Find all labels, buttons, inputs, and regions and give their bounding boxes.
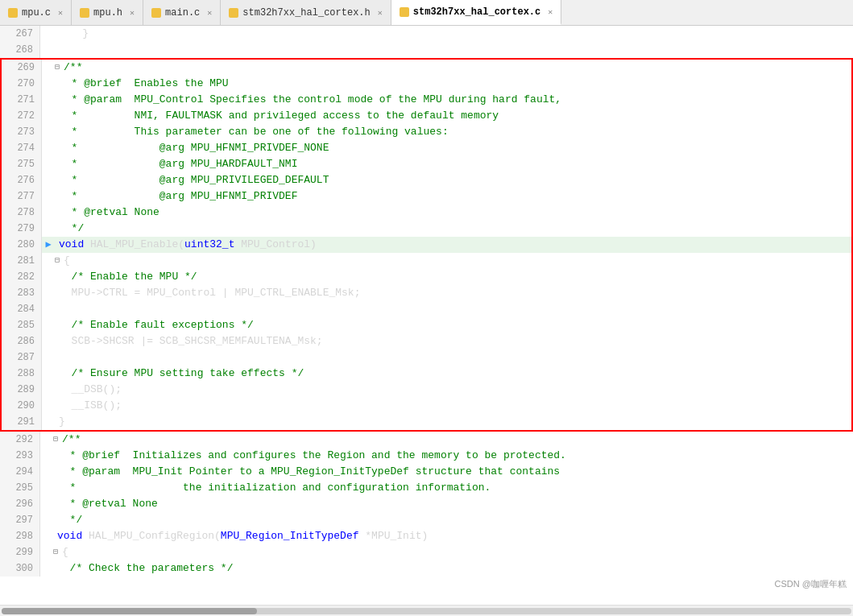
code-line: 280▶void HAL_MPU_Enable(uint32_t MPU_Con… [2, 237, 851, 253]
line-number: 288 [2, 366, 42, 382]
line-code: /** [59, 432, 853, 448]
code-line: 273 * This parameter can be one of the f… [2, 124, 851, 140]
line-code: /* Enable the MPU */ [56, 269, 851, 285]
line-number: 291 [2, 414, 42, 430]
line-code: * @brief Enables the MPU [56, 76, 851, 92]
line-number: 277 [2, 188, 42, 205]
collapse-icon[interactable]: ⊟ [55, 253, 60, 269]
line-code: SCB->SHCSR |= SCB_SHCSR_MEMFAULTENA_Msk; [56, 333, 851, 349]
code-line: 296 * @retval None [0, 496, 853, 512]
scrollbar-thumb [2, 608, 257, 614]
tab-stm32h7xx-hal-cortex-h[interactable]: stm32h7xx_hal_cortex.h✕ [221, 0, 391, 25]
line-number: 287 [2, 349, 42, 366]
code-line: 292⊟/** [0, 432, 853, 448]
tab-mpu-h[interactable]: mpu.h✕ [72, 0, 143, 25]
code-line: 275 * @arg MPU_HARDFAULT_NMI [2, 156, 851, 172]
code-content[interactable]: 267 }268 269⊟/**270 * @brief Enables the… [0, 26, 853, 605]
code-line: 295 * the initialization and configurati… [0, 480, 853, 496]
tab-mpu-c[interactable]: mpu.c✕ [0, 0, 72, 25]
line-code [54, 42, 853, 58]
line-number: 292 [0, 432, 40, 448]
code-line: 272 * NMI, FAULTMASK and privileged acce… [2, 108, 851, 124]
line-indicator [42, 414, 55, 430]
line-code: } [54, 26, 853, 42]
code-line: 300 /* Check the parameters */ [0, 560, 853, 577]
line-number: 276 [2, 172, 42, 188]
line-indicator [42, 205, 55, 221]
tab-icon-stm32h7xx-hal-cortex-c [400, 7, 409, 17]
line-indicator [42, 172, 55, 188]
line-number: 268 [0, 42, 40, 58]
code-line: 283 MPU->CTRL = MPU_Control | MPU_CTRL_E… [2, 285, 851, 301]
line-number: 273 [2, 124, 42, 140]
line-code: * NMI, FAULTMASK and privileged access t… [56, 108, 851, 124]
code-line: 294 * @param MPU_Init Pointer to a MPU_R… [0, 464, 853, 480]
horizontal-scrollbar[interactable] [0, 605, 853, 616]
code-line: 289 __DSB(); [2, 382, 851, 398]
line-code: * @arg MPU_PRIVILEGED_DEFAULT [56, 172, 851, 188]
code-line: 298void HAL_MPU_ConfigRegion(MPU_Region_… [0, 528, 853, 544]
line-number: 271 [2, 92, 42, 108]
code-line: 270 * @brief Enables the MPU [2, 76, 851, 92]
line-number: 282 [2, 269, 42, 285]
collapse-icon[interactable]: ⊟ [53, 432, 58, 448]
tab-stm32h7xx-hal-cortex-c[interactable]: stm32h7xx_hal_cortex.c✕ [391, 0, 561, 25]
line-code: void HAL_MPU_Enable(uint32_t MPU_Control… [56, 237, 851, 253]
line-number: 296 [0, 496, 40, 512]
line-indicator [40, 496, 53, 512]
tab-close-stm32h7xx-hal-cortex-c[interactable]: ✕ [548, 7, 553, 17]
code-after-box: 292⊟/**293 * @brief Initializes and conf… [0, 432, 853, 577]
scrollbar-track [2, 608, 851, 614]
collapse-icon[interactable]: ⊟ [55, 60, 60, 76]
line-code: __DSB(); [56, 382, 851, 398]
code-line: 282 /* Enable the MPU */ [2, 269, 851, 285]
line-indicator [42, 221, 55, 237]
tab-icon-mpu-c [8, 8, 18, 18]
line-number: 298 [0, 528, 40, 544]
line-number: 295 [0, 480, 40, 496]
line-indicator [40, 544, 53, 560]
line-indicator [42, 188, 55, 205]
tab-close-stm32h7xx-hal-cortex-h[interactable]: ✕ [378, 8, 383, 18]
line-code: * the initialization and configuration i… [54, 480, 853, 496]
code-lines: 267 }268 269⊟/**270 * @brief Enables the… [0, 26, 853, 577]
code-line: 284 [2, 301, 851, 317]
line-indicator [42, 333, 55, 349]
tab-close-mpu-c[interactable]: ✕ [58, 8, 63, 18]
code-before-box: 267 }268 [0, 26, 853, 58]
line-code: * @retval None [54, 496, 853, 512]
tab-main-c[interactable]: main.c✕ [143, 0, 221, 25]
line-code: void HAL_MPU_ConfigRegion(MPU_Region_Ini… [54, 528, 853, 544]
line-number: 275 [2, 156, 42, 172]
tab-bar: mpu.c✕mpu.h✕main.c✕stm32h7xx_hal_cortex.… [0, 0, 853, 26]
code-line: 268 [0, 42, 853, 58]
tab-label-main-c: main.c [165, 7, 200, 19]
line-indicator [42, 253, 55, 269]
code-line: 277 * @arg MPU_HFNMI_PRIVDEF [2, 188, 851, 205]
line-number: 278 [2, 205, 42, 221]
line-indicator [42, 349, 55, 366]
line-code: * @arg MPU_HFNMI_PRIVDEF_NONE [56, 140, 851, 156]
tab-label-stm32h7xx-hal-cortex-c: stm32h7xx_hal_cortex.c [413, 6, 540, 18]
line-code: { [59, 544, 853, 560]
line-code: MPU->CTRL = MPU_Control | MPU_CTRL_ENABL… [56, 285, 851, 301]
line-indicator [42, 60, 55, 76]
line-number: 283 [2, 285, 42, 301]
tab-close-mpu-h[interactable]: ✕ [130, 8, 135, 18]
line-code: /* Check the parameters */ [54, 560, 853, 577]
line-indicator [42, 76, 55, 92]
line-indicator [40, 448, 53, 464]
collapse-icon[interactable]: ⊟ [53, 544, 58, 560]
tab-label-stm32h7xx-hal-cortex-h: stm32h7xx_hal_cortex.h [242, 7, 370, 19]
line-number: 284 [2, 301, 42, 317]
line-code: */ [56, 221, 851, 237]
line-code: * @param MPU_Init Pointer to a MPU_Regio… [54, 464, 853, 480]
line-number: 272 [2, 108, 42, 124]
line-code: /* Enable fault exceptions */ [56, 317, 851, 333]
line-number: 294 [0, 464, 40, 480]
line-indicator [42, 92, 55, 108]
tab-close-main-c[interactable]: ✕ [207, 8, 212, 18]
code-line: 279 */ [2, 221, 851, 237]
line-number: 281 [2, 253, 42, 269]
line-code: * This parameter can be one of the follo… [56, 124, 851, 140]
